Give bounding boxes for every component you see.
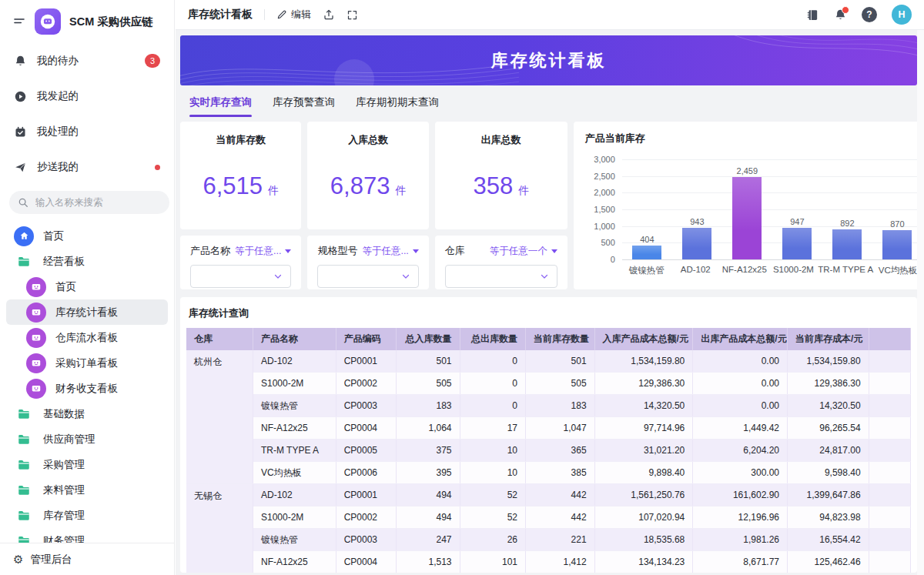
screen: SCM 采购供应链 我的待办 3 我发起的 我处理的 (0, 0, 924, 575)
filter-operator-dropdown[interactable]: 等于任意一个 (490, 245, 557, 258)
table-cell: 8,671.77 (693, 551, 788, 573)
sidebar-item-biz-boards[interactable]: 经营看板 (6, 249, 168, 274)
sidebar-item-my-handled[interactable]: 我处理的 (0, 114, 174, 149)
tab-period[interactable]: 库存期初期末查询 (356, 95, 439, 117)
sidebar-item-supplier-mgmt[interactable]: 供应商管理 (6, 426, 168, 452)
cards-grid: 当前库存数6,515件入库总数6,873件出库总数358件产品当前库存3,000… (180, 122, 917, 289)
table-cell: 129,386.30 (594, 373, 693, 395)
fullscreen-icon[interactable] (346, 9, 358, 21)
notification-bell-icon[interactable] (834, 8, 847, 22)
bar-2[interactable] (732, 177, 762, 259)
edit-button[interactable]: 编辑 (276, 8, 311, 22)
column-header-empty (869, 328, 910, 350)
tab-bar: 实时库存查询库存预警查询库存期初期末查询 (180, 85, 917, 117)
app-logo (35, 8, 61, 35)
task-label: 我的待办 (37, 54, 79, 68)
bar-0[interactable] (632, 246, 661, 259)
table-cell: 14,320.50 (594, 395, 693, 417)
chart-title: 产品当前库存 (585, 132, 924, 145)
bell-icon (14, 55, 27, 68)
bar-1[interactable] (682, 228, 711, 259)
chart-category-label: VC均热板 (873, 265, 922, 276)
filter-value-select[interactable] (317, 265, 418, 288)
table-cell: 494 (397, 506, 460, 529)
column-header: 产品编码 (336, 328, 396, 350)
table-row: TR-M TYPE ACP00053751036531,021.206,204.… (186, 440, 911, 462)
sidebar-item-board-warehouse-flow[interactable]: 仓库流水看板 (6, 325, 168, 350)
bar-value-label: 404 (640, 235, 654, 244)
column-header: 仓库 (186, 328, 253, 350)
sidebar-item-board-purchase-orders[interactable]: 采购订单看板 (6, 350, 168, 376)
table-cell: 1,399,647.86 (788, 484, 869, 506)
sidebar-item-cc-to-me[interactable]: 抄送我的 (0, 149, 174, 185)
nav-item-label: 采购管理 (43, 458, 85, 472)
filter-operator-dropdown[interactable]: 等于任意... (235, 245, 291, 258)
column-header: 入库产品成本总额/元 (594, 328, 693, 350)
share-upload-icon[interactable] (323, 8, 335, 21)
chart-bar-slot: 947 (772, 159, 822, 259)
filter-card-spec-model: 规格型号等于任意... (307, 236, 428, 289)
tab-realtime[interactable]: 实时库存查询 (189, 95, 252, 117)
help-icon[interactable]: ? (862, 7, 877, 22)
sidebar-item-home[interactable]: 首页 (6, 223, 168, 249)
filter-value-select[interactable] (445, 265, 557, 288)
sidebar-item-my-initiated[interactable]: 我发起的 (0, 79, 174, 114)
avatar[interactable]: H (892, 5, 912, 25)
briefcase-check-icon (14, 125, 27, 139)
table-cell: 24,817.00 (788, 440, 869, 462)
sidebar-item-my-todo[interactable]: 我的待办 3 (0, 43, 174, 79)
filter-operator-dropdown[interactable]: 等于任意... (362, 245, 418, 258)
dashboard-banner: 库存统计看板 (180, 35, 917, 85)
folder-icon (14, 433, 34, 446)
admin-backend-label: 管理后台 (30, 553, 72, 567)
chevron-down-icon (273, 272, 283, 281)
stat-unit: 件 (395, 184, 406, 198)
table-cell: 494 (397, 484, 460, 506)
table-cell: 10 (460, 440, 526, 462)
chart-bar-slot: 870 (872, 159, 922, 259)
filter-value-select[interactable] (190, 265, 291, 288)
bar-value-label: 870 (890, 219, 904, 229)
nav-item-label: 来料管理 (43, 483, 85, 497)
table-cell: 505 (526, 373, 595, 395)
table-cell: 0.00 (693, 373, 788, 395)
sidebar-item-inventory-mgmt[interactable]: 库存管理 (6, 503, 168, 528)
table-cell: 52 (460, 506, 526, 529)
divider (264, 9, 265, 20)
bar-5[interactable] (882, 230, 912, 259)
search-input[interactable] (34, 196, 161, 209)
nav-item-label: 供应商管理 (43, 433, 95, 446)
scrollbar[interactable] (917, 30, 924, 575)
contacts-book-icon[interactable] (806, 8, 819, 22)
sidebar-toggle-icon[interactable] (12, 15, 26, 28)
dashboard-icon (26, 353, 46, 373)
search-box[interactable] (9, 191, 169, 214)
bar-3[interactable] (782, 228, 812, 259)
sidebar-item-incoming-mgmt[interactable]: 来料管理 (6, 477, 168, 503)
table-cell: 14,320.50 (788, 395, 869, 417)
table-cell: CP0003 (336, 395, 396, 417)
table-cell: 96,265.54 (788, 417, 869, 440)
tab-warning[interactable]: 库存预警查询 (273, 95, 335, 117)
sidebar-item-finance-mgmt[interactable]: 财务管理 (6, 528, 168, 543)
unread-dot (155, 165, 160, 170)
table-cell: 0 (460, 350, 526, 373)
sidebar-item-admin-backend[interactable]: ⚙ 管理后台 (0, 543, 174, 575)
table-cell: 0 (460, 373, 526, 395)
table-cell-empty (869, 551, 910, 573)
sidebar-item-board-inventory-stats[interactable]: 库存统计看板 (6, 299, 168, 325)
table-cell: 9,598.40 (788, 462, 869, 484)
table-cell: 1,561,250.76 (594, 484, 693, 506)
caret-down-icon (551, 249, 557, 253)
bar-4[interactable] (832, 229, 862, 259)
table-cell: 6,204.20 (693, 440, 788, 462)
stat-card-outbound-total: 出库总数358件 (435, 122, 567, 229)
nav-item-label: 财务管理 (43, 534, 85, 543)
chart-ytick: 0 (611, 255, 615, 264)
sidebar-item-purchase-mgmt[interactable]: 采购管理 (6, 452, 168, 477)
chart-ytick: 2,000 (594, 188, 615, 197)
bar-value-label: 947 (790, 217, 804, 226)
sidebar-item-base-data[interactable]: 基础数据 (6, 401, 168, 426)
sidebar-item-board-home[interactable]: 首页 (6, 274, 168, 299)
sidebar-item-board-finance[interactable]: 财务收支看板 (6, 376, 168, 401)
